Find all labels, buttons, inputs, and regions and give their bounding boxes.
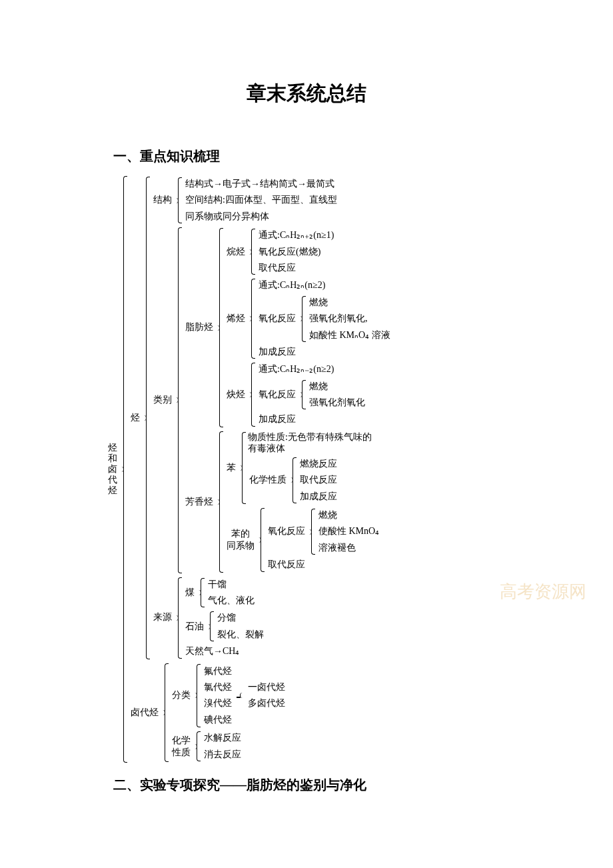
alkyne-ox-item: 燃烧 (308, 379, 366, 394)
alkene-ox-item: 燃烧 (308, 295, 392, 310)
brace-icon (175, 176, 182, 225)
brace-icon (194, 730, 201, 763)
coal-label: 煤 (184, 577, 196, 609)
brace-icon (121, 175, 127, 764)
alkane-formula: 通式:CₙH₂ₙ₊₂(n≥1) (257, 228, 335, 243)
halo-chem-item: 消去反应 (203, 747, 243, 762)
section-1-heading: 一、重点知识梳理 (113, 147, 613, 165)
benzene-chem-item: 燃烧反应 (299, 457, 338, 471)
structure-item: 空间结构:四面体型、平面型、直线型 (184, 193, 338, 207)
category-label: 类别 (152, 226, 173, 574)
oil-item: 裂化、裂解 (216, 627, 265, 642)
halo-right: 多卤代烃 (247, 696, 287, 711)
brace-icon (258, 507, 265, 573)
brace-icon (299, 295, 306, 343)
benzene-chem-label: 化学性质 (248, 456, 288, 505)
aromatic-label: 芳香烃 (184, 430, 215, 574)
homolog-ox-item: 溶液褪色 (317, 541, 380, 555)
alkyne-oxidation-label: 氧化反应 (257, 379, 297, 411)
alkene-oxidation-label: 氧化反应 (257, 295, 297, 343)
brace-icon (162, 662, 169, 763)
root-label: 烃 和 卤 代 烃 (107, 175, 119, 764)
halo-type: 氯代烃 (203, 680, 233, 695)
alkyne-formula: 通式:CₙH₂ₙ₋₂(n≥2) (257, 362, 366, 377)
benzene-chem-item: 取代反应 (299, 473, 338, 487)
alkene-addition: 加成反应 (257, 345, 392, 359)
natural-gas: 天然气→CH₄ (184, 644, 265, 659)
alkene-label: 烯烃 (225, 277, 247, 360)
page-title: 章末系统总结 (0, 80, 613, 107)
alkyne-label: 炔烃 (225, 361, 247, 428)
brace-icon (194, 663, 201, 729)
homolog-ox-item: 燃烧 (317, 508, 380, 523)
brace-icon (175, 576, 182, 660)
oil-item: 分馏 (216, 611, 265, 625)
homolog-substitution: 取代反应 (267, 557, 380, 572)
brace-icon (249, 361, 255, 428)
alkyne-ox-item: 强氧化剂氧化 (308, 395, 366, 410)
halo-chem-label: 化学 性质 (171, 730, 192, 763)
structure-label: 结构 (152, 176, 173, 225)
brace-icon (308, 507, 315, 556)
section-2-heading: 二、实验专项探究——脂肪烃的鉴别与净化 (113, 776, 613, 794)
halohydrocarbon-label: 卤代烃 (129, 662, 160, 763)
aliphatic-label: 脂肪烃 (184, 227, 215, 429)
brace-icon (290, 456, 297, 505)
halo-type: 氟代烃 (203, 664, 233, 679)
brace-icon (217, 227, 223, 429)
brace-icon (143, 175, 150, 661)
brace-icon (207, 610, 214, 643)
oil-label: 石油 (184, 610, 205, 643)
source-label: 来源 (152, 576, 173, 660)
homolog-ox-item: 使酸性 KMnO₄ (317, 524, 380, 539)
brace-icon (249, 277, 255, 360)
halo-type: 碘代烃 (203, 713, 233, 727)
brace-icon (175, 226, 182, 574)
halo-type: 溴代烃 (203, 696, 233, 711)
alkene-ox-item: 强氧化剂氧化, (308, 311, 392, 326)
structure-item: 结构式→电子式→结构简式→最简式 (184, 177, 338, 191)
brace-icon (249, 227, 255, 276)
brace-icon (217, 430, 223, 574)
homolog-ox-label: 氧化反应 (267, 507, 306, 556)
alkene-formula: 通式:CₙH₂ₙ(n≥2) (257, 278, 392, 293)
coal-item: 气化、液化 (207, 593, 256, 608)
alkane-oxidation: 氧化反应(燃烧) (257, 245, 335, 259)
brace-icon (299, 379, 306, 411)
benzene-chem-item: 加成反应 (299, 489, 338, 504)
halo-chem-item: 水解反应 (203, 731, 243, 745)
halo-right: 一卤代烃 (247, 680, 287, 695)
hydrocarbon-label: 烃 (129, 175, 141, 661)
alkene-ox-item: 如酸性 KMₙO₄ 溶液 (308, 328, 392, 343)
outline-tree: 烃 和 卤 代 烃 烃 结构 结构式→电子式→结构简式→最简式 (107, 175, 573, 764)
alkane-substitution: 取代反应 (257, 261, 335, 275)
alkyne-addition: 加成反应 (257, 412, 366, 427)
structure-item: 同系物或同分异构体 (184, 209, 338, 224)
alkane-label: 烷烃 (225, 227, 247, 276)
coal-item: 干馏 (207, 577, 256, 592)
benzene-label: 苯 (225, 431, 237, 505)
brace-icon (239, 431, 246, 505)
benzene-physical: 物质性质:无色带有特殊气味的 有毒液体 (248, 431, 372, 455)
halo-class-label: 分类 (171, 663, 192, 729)
brace-icon (198, 577, 205, 609)
homolog-label: 苯的 同系物 (225, 507, 256, 573)
